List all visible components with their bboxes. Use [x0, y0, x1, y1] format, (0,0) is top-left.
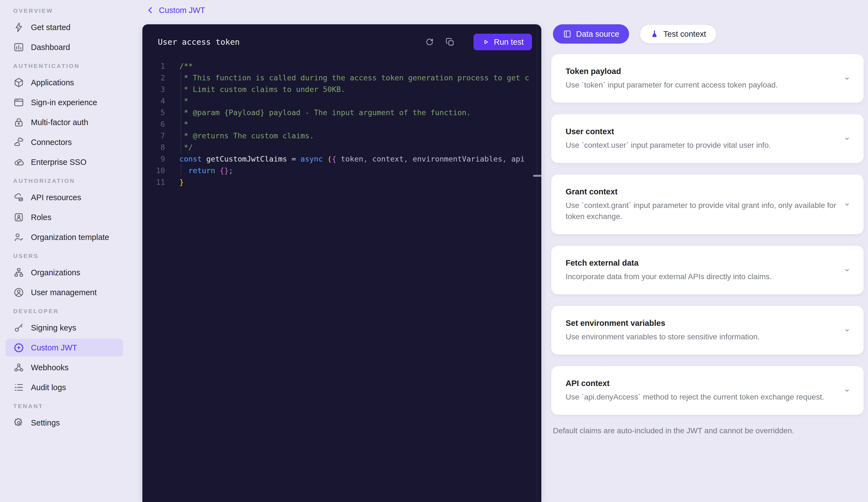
sidebar-item-multi-factor-auth[interactable]: Multi-factor auth: [6, 113, 123, 131]
section-label: OVERVIEW: [6, 6, 123, 16]
card-fetch-external-data[interactable]: Fetch external dataIncorporate data from…: [551, 246, 864, 294]
sidebar: OVERVIEWGet startedDashboardAUTHENTICATI…: [0, 0, 142, 502]
sidebar-section-authentication: AUTHENTICATIONApplicationsSign-in experi…: [6, 61, 123, 171]
editor-header: User access token Run test: [142, 24, 541, 60]
sidebar-section-authorization: AUTHORIZATIONAPI resourcesRolesOrganizat…: [6, 176, 123, 246]
code-line-content: const getCustomJwtClaims = async ({ toke…: [165, 154, 525, 163]
line-number: 11: [142, 178, 165, 187]
sidebar-item-applications[interactable]: Applications: [6, 74, 123, 91]
code-line-content: * Limit custom claims to under 50KB.: [165, 85, 345, 93]
audit-list-icon: [13, 382, 24, 393]
tab-data-source[interactable]: Data source: [553, 24, 629, 44]
browser-window-icon: [13, 97, 24, 108]
line-number: 3: [142, 85, 165, 93]
card-description: Incorporate data from your external APIs…: [566, 271, 841, 282]
code-line-content: * This function is called during the acc…: [165, 73, 529, 82]
chevron-down-icon[interactable]: [843, 74, 851, 83]
breadcrumb-label: Custom JWT: [159, 6, 205, 15]
refresh-icon[interactable]: [425, 37, 434, 47]
sidebar-item-label: API resources: [31, 193, 81, 202]
sidebar-item-enterprise-sso[interactable]: Enterprise SSO: [6, 153, 123, 171]
sidebar-item-label: Get started: [31, 23, 70, 32]
editor-title: User access token: [158, 37, 240, 47]
code-line: 4 *: [142, 95, 541, 107]
breadcrumb[interactable]: Custom JWT: [146, 4, 205, 16]
line-number: 6: [142, 120, 165, 128]
sidebar-item-settings[interactable]: Settings: [6, 414, 123, 432]
chevron-down-icon[interactable]: [843, 326, 851, 335]
copy-icon[interactable]: [445, 37, 455, 47]
sidebar-item-get-started[interactable]: Get started: [6, 19, 123, 36]
webhook-icon: [13, 362, 24, 373]
code-line: 6 *: [142, 118, 541, 130]
cloud-key-icon: [13, 157, 24, 168]
code-line: 7 * @returns The custom claims.: [142, 130, 541, 141]
code-line: 9const getCustomJwtClaims = async ({ tok…: [142, 153, 541, 164]
editor-resize-handle[interactable]: [533, 175, 541, 177]
chevron-down-icon[interactable]: [843, 386, 851, 395]
sidebar-item-label: Settings: [31, 418, 60, 428]
chevron-down-icon[interactable]: [843, 134, 851, 143]
sidebar-item-organizations[interactable]: Organizations: [6, 264, 123, 281]
card-grant-context[interactable]: Grant contextUse `context.grant` input p…: [551, 174, 864, 234]
section-label: TENANT: [6, 401, 123, 411]
code-line-content: *: [165, 97, 188, 105]
sidebar-item-webhooks[interactable]: Webhooks: [6, 359, 123, 376]
sidebar-item-label: User management: [31, 288, 97, 297]
org-chart-icon: [13, 267, 24, 278]
run-test-button[interactable]: Run test: [474, 34, 532, 50]
sidebar-item-audit-logs[interactable]: Audit logs: [6, 379, 123, 396]
sidebar-item-label: Webhooks: [31, 363, 69, 372]
code-line: 2 * This function is called during the a…: [142, 72, 541, 83]
card-set-environment-variables[interactable]: Set environment variablesUse environment…: [551, 306, 864, 354]
code-editor-panel: User access token Run test 1/**2 * This …: [142, 24, 541, 502]
chevron-down-icon[interactable]: [843, 265, 851, 274]
sidebar-item-label: Applications: [31, 78, 74, 87]
card-description: Use environment variables to store sensi…: [566, 331, 841, 342]
sidebar-item-connectors[interactable]: Connectors: [6, 133, 123, 151]
line-number: 8: [142, 143, 165, 152]
indent-guide: [181, 164, 181, 176]
sidebar-item-custom-jwt[interactable]: Custom JWT: [6, 339, 123, 357]
gear-icon: [13, 417, 24, 428]
card-user-context[interactable]: User contextUse `context.user` input par…: [551, 114, 864, 163]
sidebar-item-sign-in-experience[interactable]: Sign-in experience: [6, 93, 123, 111]
person-check-icon: [13, 232, 24, 243]
card-title: API context: [566, 378, 849, 388]
line-number: 4: [142, 97, 165, 105]
tab-label: Test context: [663, 30, 706, 39]
sidebar-section-users: USERSOrganizationsUser management: [6, 251, 123, 301]
sidebar-item-label: Sign-in experience: [31, 98, 97, 107]
card-list: Token payloadUse `token` input parameter…: [551, 54, 864, 415]
lock-icon: [13, 117, 24, 128]
line-number: 1: [142, 62, 165, 70]
sidebar-item-api-resources[interactable]: API resources: [6, 189, 123, 206]
book-icon: [563, 30, 572, 38]
card-title: Set environment variables: [566, 318, 849, 328]
sidebar-item-label: Organizations: [31, 268, 80, 277]
card-api-context[interactable]: API contextUse `api.denyAccess` method t…: [551, 366, 864, 415]
card-token-payload[interactable]: Token payloadUse `token` input parameter…: [551, 54, 864, 103]
card-title: Token payload: [566, 66, 849, 76]
sidebar-item-user-management[interactable]: User management: [6, 284, 123, 301]
code-line-content: /**: [165, 62, 193, 70]
sidebar-item-label: Connectors: [31, 138, 72, 147]
editor-actions: Run test: [425, 34, 532, 50]
sidebar-section-overview: OVERVIEWGet startedDashboard: [6, 6, 123, 56]
card-description: Use `token` input parameter for current …: [566, 80, 841, 91]
code-line: 8 */: [142, 141, 541, 153]
indent-guide: [181, 72, 181, 153]
code-line: 3 * Limit custom claims to under 50KB.: [142, 83, 541, 95]
card-title: Grant context: [566, 187, 849, 197]
sidebar-item-dashboard[interactable]: Dashboard: [6, 38, 123, 56]
chevron-down-icon[interactable]: [843, 200, 851, 209]
id-card-icon: [13, 212, 24, 223]
sidebar-item-roles[interactable]: Roles: [6, 209, 123, 226]
sidebar-item-label: Dashboard: [31, 43, 70, 52]
code-area[interactable]: 1/**2 * This function is called during t…: [142, 60, 541, 188]
tab-test-context[interactable]: Test context: [640, 24, 716, 44]
sidebar-item-signing-keys[interactable]: Signing keys: [6, 319, 123, 337]
sidebar-item-organization-template[interactable]: Organization template: [6, 228, 123, 246]
editor-resize-divider[interactable]: [537, 24, 537, 502]
line-number: 10: [142, 166, 165, 175]
